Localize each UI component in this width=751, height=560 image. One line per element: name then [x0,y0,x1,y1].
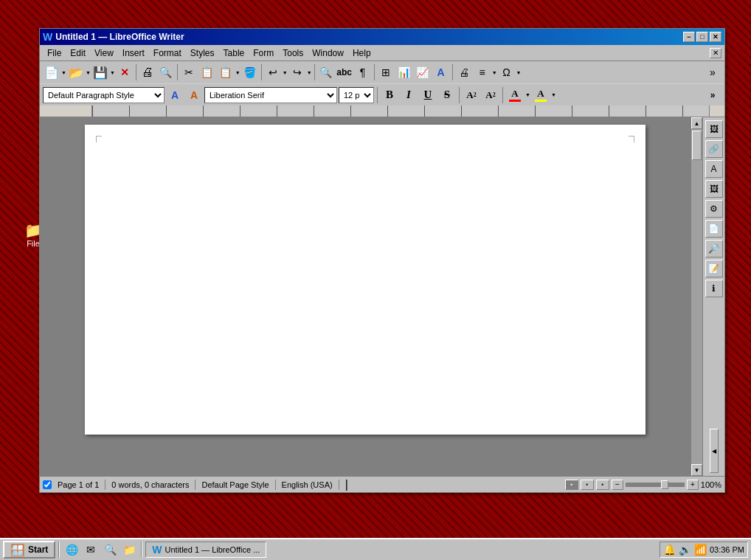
superscript-button[interactable]: A2 [463,87,480,103]
sidebar-styles-icon[interactable]: 📄 [705,220,723,238]
menu-window[interactable]: Window [308,46,348,60]
fontwork-button[interactable]: A [432,63,450,81]
font-color-button[interactable]: A [506,87,524,103]
title-bar: W Untitled 1 — LibreOffice Writer − □ ✕ [40,29,724,45]
sidebar-image-icon[interactable]: 🖼 [705,180,723,198]
font-color-arrow[interactable]: ▼ [525,92,530,97]
sidebar-search-icon[interactable]: 🔎 [705,240,723,257]
paste-button[interactable]: 📋 [217,63,235,81]
print-preview-button[interactable]: 🔍 [157,63,175,81]
chart-button[interactable]: 📊 [395,63,413,81]
font-name-select[interactable]: Liberation Serif [204,87,337,103]
sidebar-info-icon[interactable]: ℹ [705,280,723,297]
new-arrow[interactable]: ▼ [61,70,66,75]
menu-edit[interactable]: Edit [66,46,90,60]
scroll-down-button[interactable]: ▼ [691,464,702,476]
save-button[interactable]: 💾 [91,63,109,81]
find-button[interactable]: 🔍 [317,63,335,81]
table-button[interactable]: ⊞ [377,63,395,81]
paragraph-style-select[interactable]: Default Paragraph Style [43,87,165,103]
menu-help[interactable]: Help [348,46,376,60]
font-size-select[interactable]: 12 pt [339,87,374,103]
scroll-thumb[interactable] [692,131,702,160]
document-page[interactable] [85,125,646,435]
zoom-out-button[interactable]: − [612,480,623,490]
word-count: 0 words, 0 characters [111,480,189,489]
underline-button[interactable]: U [419,87,437,103]
menu-view[interactable]: View [90,46,118,60]
menu-format[interactable]: Format [149,46,186,60]
open-arrow[interactable]: ▼ [86,70,91,75]
paragraph-spacing-button[interactable]: ≡ [474,63,491,81]
new-button[interactable]: 📄 [43,63,60,81]
taskbar-email-icon[interactable]: ✉ [82,542,100,558]
taskbar-browser-icon[interactable]: 🌐 [63,542,80,558]
view-web-button[interactable]: ▪ [581,480,594,490]
right-sidebar: 🖼 🔗 A 🖼 ⚙ 📄 🔎 📝 ℹ ◀ [702,117,724,476]
start-button[interactable]: 🪟 Start [3,541,55,559]
sidebar-expand-button[interactable]: ◀ [710,429,719,473]
paste-arrow[interactable]: ▼ [235,70,240,75]
zoom-slider-thumb[interactable] [661,480,668,489]
spellcheck-button[interactable]: abc [336,63,353,81]
menu-table[interactable]: Table [219,46,249,60]
redo-button[interactable]: ↪ [288,63,306,81]
scroll-up-button[interactable]: ▲ [691,117,702,129]
special-char-button[interactable]: Ω [498,63,516,81]
subscript-button[interactable]: A2 [482,87,499,103]
format-more-button[interactable]: » [704,87,721,103]
menu-close-button[interactable]: ✕ [710,48,721,58]
menu-insert[interactable]: Insert [118,46,149,60]
taskbar-folder-icon[interactable]: 📁 [120,542,138,558]
status-check-input[interactable] [43,480,52,489]
font-style-button-a[interactable]: A [166,86,184,104]
para-arrow[interactable]: ▼ [492,70,497,75]
more-button[interactable]: » [704,63,721,81]
cut-button[interactable]: ✂ [180,63,198,81]
formatting-marks-button[interactable]: ¶ [354,63,372,81]
open-button[interactable]: 📂 [67,63,85,81]
sidebar-properties-icon[interactable]: ⚙ [705,200,723,218]
taskbar-search-icon[interactable]: 🔍 [101,542,119,558]
sidebar-gallery-icon[interactable]: 🖼 [705,120,723,138]
document-area[interactable] [40,117,691,476]
zoom-in-button[interactable]: + [687,480,699,490]
minimize-button[interactable]: − [683,32,695,42]
undo-button[interactable]: ↩ [264,63,282,81]
strikethrough-button[interactable]: S [438,87,456,103]
highlight-arrow[interactable]: ▼ [551,92,556,97]
menu-form[interactable]: Form [249,46,278,60]
taskbar-app-button[interactable]: W Untitled 1 — LibreOffice ... [145,542,266,558]
zoom-slider[interactable] [626,483,685,487]
ruler [40,106,724,117]
line-chart-button[interactable]: 📈 [414,63,432,81]
save-arrow[interactable]: ▼ [110,70,115,75]
status-sep-2 [195,480,195,490]
sidebar-navigator-icon[interactable]: 🔗 [705,140,723,158]
copy-button[interactable]: 📋 [198,63,216,81]
redo-arrow[interactable]: ▼ [307,70,312,75]
sidebar-text-icon[interactable]: A [705,160,723,178]
email-button[interactable]: ✕ [116,63,134,81]
clone-format-button[interactable]: 🪣 [241,63,259,81]
nonprinting-button[interactable]: 🖨 [455,63,473,81]
status-sep-1 [105,480,105,490]
tray-bell-icon: 🔔 [663,544,676,556]
menu-tools[interactable]: Tools [278,46,308,60]
close-button[interactable]: ✕ [710,32,721,42]
view-print-button[interactable]: ▪ [596,480,609,490]
view-normal-button[interactable]: ▪ [565,480,578,490]
menu-styles[interactable]: Styles [186,46,219,60]
undo-arrow[interactable]: ▼ [283,70,288,75]
maximize-button[interactable]: □ [696,32,708,42]
font-size-btn-b[interactable]: A [185,86,203,104]
special-arrow[interactable]: ▼ [516,70,522,75]
bold-button[interactable]: B [381,87,398,103]
menu-file[interactable]: File [43,46,66,60]
highlight-button[interactable]: A [532,87,550,103]
print-button[interactable]: 🖨 [139,63,156,81]
italic-button[interactable]: I [400,87,418,103]
sidebar-notes-icon[interactable]: 📝 [705,260,723,277]
taskbar-sep-2 [141,542,142,558]
scroll-track[interactable] [691,129,702,464]
